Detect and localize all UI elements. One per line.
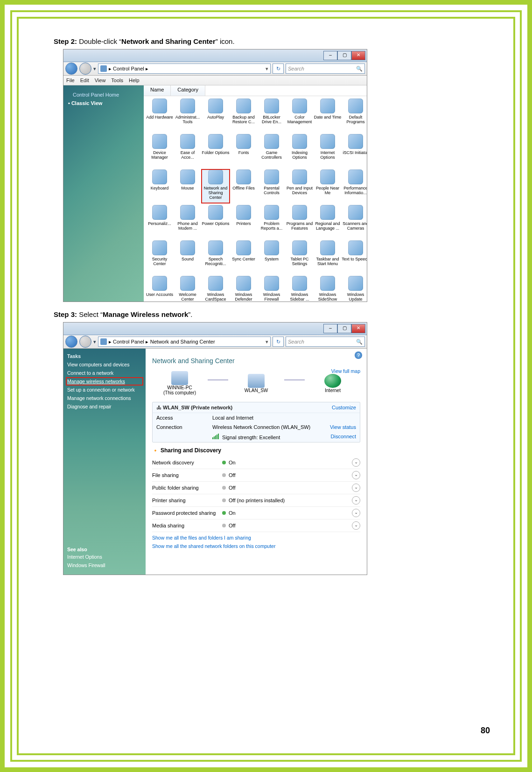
col-name[interactable]: Name	[144, 85, 171, 96]
cp-item[interactable]: Administrat... Tools	[174, 98, 202, 132]
cp-item[interactable]: Device Manager	[146, 134, 174, 168]
nav-dropdown-icon-2[interactable]: ▾	[93, 339, 96, 345]
cp-item[interactable]: Taskbar and Start Menu	[314, 240, 342, 274]
cp-item[interactable]: System	[258, 240, 286, 274]
nav-dropdown-icon[interactable]: ▾	[93, 66, 96, 72]
breadcrumb-dropdown-2[interactable]: ▾	[266, 339, 268, 345]
cp-item[interactable]: Keyboard	[146, 169, 174, 203]
cp-item[interactable]: Add Hardware	[146, 98, 174, 132]
cp-item[interactable]: Sync Center	[230, 240, 258, 274]
cp-item[interactable]: Power Options	[202, 205, 230, 239]
see-also-internet-options[interactable]: Internet Options	[67, 554, 105, 560]
back-button[interactable]	[65, 63, 77, 75]
expand-button[interactable]: ⌄	[352, 458, 360, 467]
task-link[interactable]: View computers and devices	[67, 362, 142, 367]
menu-view[interactable]: View	[95, 77, 106, 83]
address-bar-2: ▾ ▸ Control Panel ▸ Network and Sharing …	[63, 335, 367, 349]
cp-item[interactable]: Windows CardSpace	[202, 276, 230, 302]
cp-item[interactable]: User Accounts	[146, 276, 174, 302]
customize-link[interactable]: Customize	[332, 405, 356, 410]
task-link[interactable]: Connect to a network	[67, 370, 142, 376]
cp-item[interactable]: Date and Time	[314, 98, 342, 132]
cp-item[interactable]: Welcome Center	[174, 276, 202, 302]
expand-button[interactable]: ⌄	[352, 496, 360, 505]
cp-item[interactable]: Sound	[174, 240, 202, 274]
cp-item[interactable]: Personaliz...	[146, 205, 174, 239]
forward-button[interactable]	[79, 63, 91, 75]
task-link[interactable]: Diagnose and repair	[67, 404, 142, 409]
expand-button[interactable]: ⌄	[352, 471, 360, 479]
cp-item[interactable]: Windows Sidebar ...	[286, 276, 314, 302]
show-files-link[interactable]: Show me all the files and folders I am s…	[152, 535, 360, 540]
search-input[interactable]: Search 🔍	[286, 63, 365, 74]
maximize-button-2[interactable]: ▢	[337, 324, 351, 333]
sidebar-home-link[interactable]: Control Panel Home	[73, 92, 139, 98]
cp-item-icon	[208, 240, 223, 255]
expand-button[interactable]: ⌄	[352, 509, 360, 517]
cp-item[interactable]: Windows Firewall	[258, 276, 286, 302]
cp-item[interactable]: Programs and Features	[286, 205, 314, 239]
cp-item[interactable]: Game Controllers	[258, 134, 286, 168]
cp-item[interactable]: Backup and Restore C...	[230, 98, 258, 132]
cp-item[interactable]: BitLocker Drive En...	[258, 98, 286, 132]
cp-item[interactable]: Mouse	[174, 169, 202, 203]
refresh-button[interactable]: ↻	[273, 63, 284, 74]
cp-item[interactable]: AutoPlay	[202, 98, 230, 132]
task-link[interactable]: Manage network connections	[67, 395, 142, 401]
refresh-button-2[interactable]: ↻	[273, 337, 284, 347]
menu-help[interactable]: Help	[129, 77, 140, 83]
cp-item[interactable]: Scanners and Cameras	[342, 205, 367, 239]
cp-item[interactable]: Speech Recogniti...	[202, 240, 230, 274]
back-button-2[interactable]	[65, 336, 77, 348]
cp-item[interactable]: Pen and Input Devices	[286, 169, 314, 203]
see-also-windows-firewall[interactable]: Windows Firewall	[67, 562, 105, 568]
menu-tools[interactable]: Tools	[111, 77, 123, 83]
expand-button[interactable]: ⌄	[352, 521, 360, 530]
cp-item[interactable]: Windows Defender	[230, 276, 258, 302]
cp-item[interactable]: Windows Update	[342, 276, 367, 302]
search-input-2[interactable]: Search 🔍	[286, 337, 365, 347]
view-full-map-link[interactable]: View full map	[331, 368, 360, 374]
breadcrumb-dropdown-icon[interactable]: ▾	[266, 66, 268, 72]
help-button[interactable]: ?	[355, 351, 362, 359]
cp-item[interactable]: Regional and Language ...	[314, 205, 342, 239]
sidebar-classic-view[interactable]: Classic View	[68, 100, 139, 106]
disconnect-link[interactable]: Disconnect	[319, 434, 356, 440]
cp-item[interactable]: Network and Sharing Center	[202, 169, 230, 203]
close-button[interactable]: ✕	[351, 51, 365, 60]
col-category[interactable]: Category	[171, 85, 205, 96]
expand-button[interactable]: ⌄	[352, 484, 360, 492]
minimize-button-2[interactable]: –	[323, 324, 337, 333]
cp-item[interactable]: Offline Files	[230, 169, 258, 203]
cp-item[interactable]: iSCSI Initiator	[342, 134, 367, 168]
cp-item[interactable]: Printers	[230, 205, 258, 239]
breadcrumb-box[interactable]: ▸ Control Panel ▸ ▾	[98, 63, 271, 74]
cp-item[interactable]: Folder Options	[202, 134, 230, 168]
cp-item[interactable]: Tablet PC Settings	[286, 240, 314, 274]
cp-item[interactable]: Security Center	[146, 240, 174, 274]
task-link[interactable]: Set up a connection or network	[67, 387, 142, 393]
task-link[interactable]: Manage wireless networks	[67, 379, 142, 384]
cp-item[interactable]: Indexing Options	[286, 134, 314, 168]
cp-item[interactable]: Phone and Modem ...	[174, 205, 202, 239]
cp-item[interactable]: Problem Reports a...	[258, 205, 286, 239]
cp-item[interactable]: Color Management	[286, 98, 314, 132]
menu-edit[interactable]: Edit	[80, 77, 89, 83]
cp-item[interactable]: Performance Informatio...	[342, 169, 367, 203]
cp-item[interactable]: Windows SideShow	[314, 276, 342, 302]
cp-item[interactable]: Fonts	[230, 134, 258, 168]
breadcrumb-box-2[interactable]: ▸ Control Panel ▸ Network and Sharing Ce…	[98, 337, 271, 347]
forward-button-2[interactable]	[79, 336, 91, 348]
minimize-button[interactable]: –	[323, 51, 337, 60]
cp-item[interactable]: Parental Controls	[258, 169, 286, 203]
cp-item[interactable]: Internet Options	[314, 134, 342, 168]
show-folders-link[interactable]: Show me all the shared network folders o…	[152, 543, 360, 549]
cp-item[interactable]: People Near Me	[314, 169, 342, 203]
menu-file[interactable]: File	[66, 77, 75, 83]
close-button-2[interactable]: ✕	[351, 324, 365, 333]
cp-item[interactable]: Default Programs	[342, 98, 367, 132]
cp-item[interactable]: Text to Speech	[342, 240, 367, 274]
view-status-link[interactable]: View status	[319, 424, 356, 430]
maximize-button[interactable]: ▢	[337, 51, 351, 60]
cp-item[interactable]: Ease of Acce...	[174, 134, 202, 168]
